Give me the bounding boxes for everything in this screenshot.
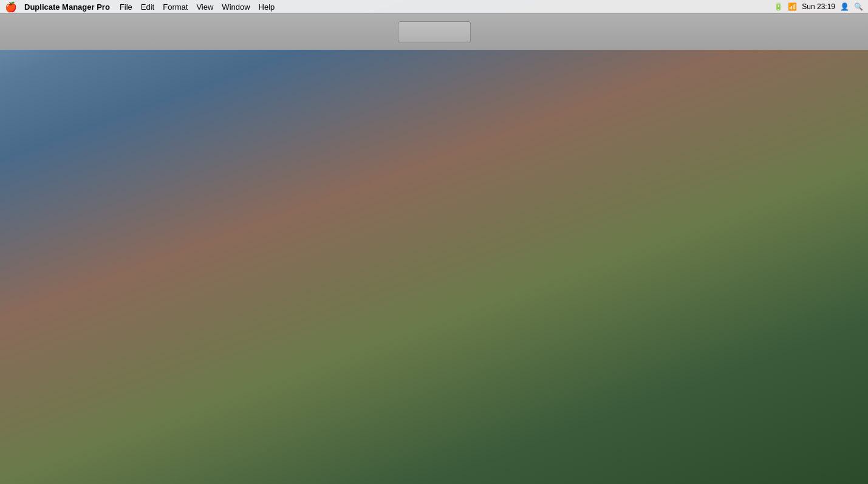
- menubar: 🍎 Duplicate Manager Pro File Edit Format…: [0, 0, 868, 13]
- apple-menu[interactable]: 🍎: [5, 1, 17, 13]
- desktop: 🍎 Duplicate Manager Pro File Edit Format…: [0, 0, 868, 484]
- menu-edit[interactable]: Edit: [141, 2, 154, 12]
- clock: Sun 23:19: [802, 2, 835, 11]
- user-icon[interactable]: 👤: [840, 2, 849, 11]
- battery-icon: 🔋: [774, 2, 783, 11]
- laptop-bottom: [0, 13, 868, 50]
- trackpad[interactable]: [398, 21, 471, 43]
- search-icon[interactable]: 🔍: [854, 2, 863, 11]
- menubar-right: 🔋 📶 Sun 23:19 👤 🔍: [774, 2, 863, 11]
- menu-file[interactable]: File: [120, 2, 132, 12]
- wifi-icon: 📶: [788, 2, 797, 11]
- app-name[interactable]: Duplicate Manager Pro: [24, 2, 110, 12]
- menu-window[interactable]: Window: [222, 2, 250, 12]
- menu-format[interactable]: Format: [163, 2, 188, 12]
- menu-help[interactable]: Help: [259, 2, 275, 12]
- menubar-items: File Edit Format View Window Help: [120, 2, 275, 12]
- menu-view[interactable]: View: [196, 2, 213, 12]
